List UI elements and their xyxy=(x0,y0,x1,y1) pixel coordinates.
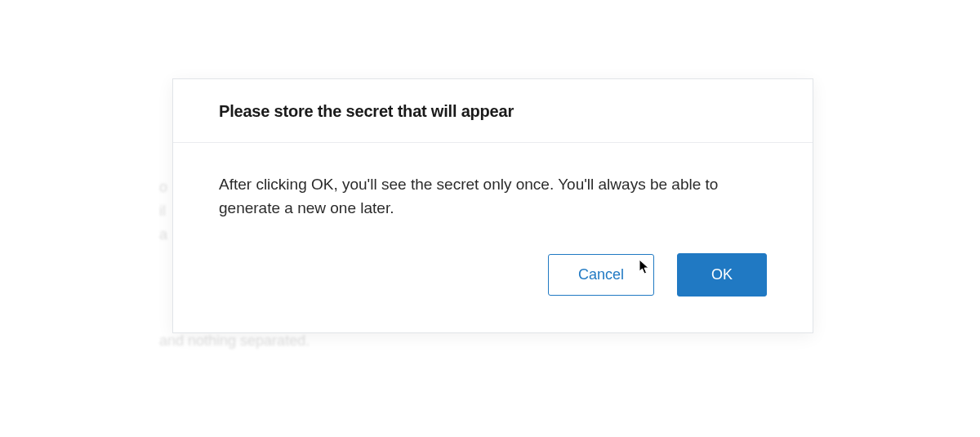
backdrop-text-line: a xyxy=(159,226,167,243)
dialog-footer: Cancel OK xyxy=(173,237,813,332)
backdrop-text-line: o xyxy=(159,179,167,195)
dialog-message: After clicking OK, you'll see the secret… xyxy=(219,172,767,221)
backdrop-text-line: il xyxy=(159,203,166,219)
dialog-header: Please store the secret that will appear xyxy=(173,79,813,143)
dialog-body: After clicking OK, you'll see the secret… xyxy=(173,143,813,237)
dialog-title: Please store the secret that will appear xyxy=(219,102,767,121)
ok-button[interactable]: OK xyxy=(677,253,767,297)
cancel-button[interactable]: Cancel xyxy=(548,254,654,296)
backdrop-text-line: and nothing separated. xyxy=(159,332,310,349)
confirmation-dialog: Please store the secret that will appear… xyxy=(172,78,813,333)
